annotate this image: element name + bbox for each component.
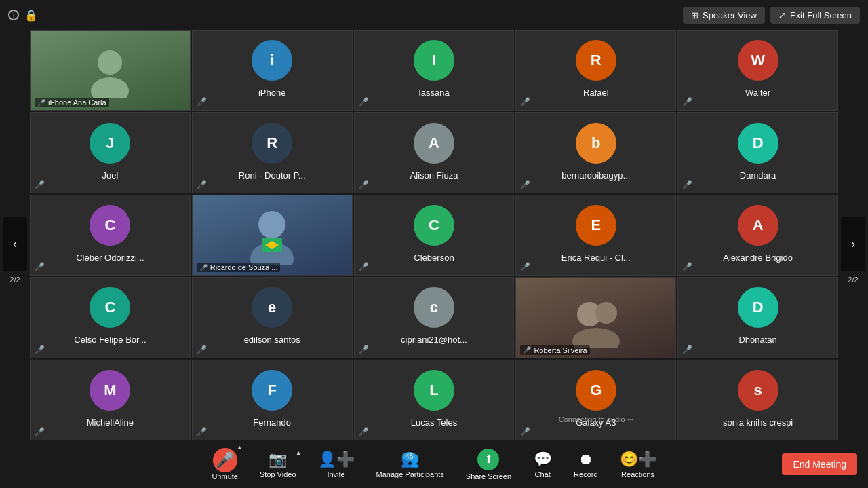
avatar: s (738, 370, 778, 411)
participant-tile: E Erica Requi - Cl... 🎤 (515, 195, 676, 276)
avatar: M (90, 370, 130, 411)
svg-point-0 (98, 50, 122, 75)
mute-indicator: 🎤 (35, 427, 45, 436)
avatar: A (414, 123, 454, 164)
avatar: F (252, 370, 292, 411)
participant-tile: M MicheliAline 🎤 (30, 360, 191, 440)
avatar: C (414, 205, 454, 246)
participant-name: Lucas Teles (407, 415, 461, 430)
avatar: I (414, 40, 454, 81)
mute-icon: 🎤 (523, 346, 531, 354)
participant-name: MicheliAline (83, 415, 138, 430)
participant-tile: 🎤 Roberta Silveira (515, 277, 676, 358)
record-icon: ⏺ (578, 451, 593, 468)
nav-next-button[interactable]: › 2/2 (841, 217, 865, 271)
speaker-view-label: Speaker View (703, 10, 757, 20)
invite-button[interactable]: 👤➕ Invite (307, 447, 366, 483)
participant-tile: L Lucas Teles 🎤 (354, 360, 515, 440)
participant-tile: e edilson.santos 🎤 (192, 277, 353, 358)
share-screen-button[interactable]: ⬆ Share Screen (455, 445, 522, 485)
info-icon[interactable]: i (8, 10, 19, 20)
participant-name: cipriani21@hot... (397, 332, 471, 348)
nav-prev-button[interactable]: ‹ 2/2 (3, 217, 27, 271)
participant-name: edilson.santos (240, 332, 304, 348)
avatar: D (738, 123, 778, 164)
mute-indicator: 🎤 (359, 345, 369, 354)
mute-indicator: 🎤 (35, 180, 45, 189)
unmute-button[interactable]: 🎤 ▲ Unmute (201, 444, 249, 485)
bottom-toolbar: 🎤 ▲ Unmute ▲ 📷 Stop Video 👤➕ Invite 👥 45… (0, 440, 868, 488)
chat-button[interactable]: 💬 Chat (522, 447, 563, 483)
speaker-view-icon: ⊞ (691, 10, 698, 20)
share-screen-label: Share Screen (466, 472, 511, 481)
svg-point-7 (595, 302, 617, 324)
participant-tile: D Damdara 🎤 (677, 112, 838, 193)
avatar: R (576, 40, 616, 81)
participant-name: Rafael (579, 85, 613, 100)
participants-count-badge: 45 (402, 452, 416, 461)
participant-name: Celso Felipe Bor... (70, 332, 150, 348)
participant-name: sonia knihs crespi (719, 415, 797, 430)
mute-indicator: 🎤 (682, 97, 692, 107)
mute-indicator: 🎤 (520, 262, 530, 271)
top-bar: i 🔒 ⊞ Speaker View ⤢ Exit Full Screen (0, 0, 868, 30)
participant-tile: G Galaxy A3 🎤 Connecting to audio ··· (515, 360, 676, 440)
exit-fullscreen-button[interactable]: ⤢ Exit Full Screen (770, 7, 860, 24)
participant-tile: R Roni - Doutor P... 🎤 (192, 112, 353, 193)
avatar: R (252, 123, 292, 164)
manage-participants-label: Manage Participants (376, 470, 444, 478)
participant-name: Iassana (414, 85, 454, 100)
exit-fullscreen-label: Exit Full Screen (790, 10, 852, 20)
reactions-icon: 😊➕ (620, 451, 656, 468)
participant-name: Roni - Doutor P... (235, 168, 310, 183)
participant-tile: c cipriani21@hot... 🎤 (354, 277, 515, 358)
participant-tile: C Cleber Odorizzi... 🎤 (30, 195, 191, 276)
participant-name: Joel (98, 168, 122, 183)
participant-tile: W Walter 🎤 (677, 30, 838, 111)
participant-grid: 🎤 iPhone Ana Carla i iPhone 🎤 I Iassana … (30, 30, 838, 440)
mute-indicator: 🎤 (520, 180, 530, 189)
avatar: c (414, 287, 454, 328)
participant-tile: R Rafael 🎤 (515, 30, 676, 111)
participant-tile: I Iassana 🎤 (354, 30, 515, 111)
end-meeting-button[interactable]: End Meeting (782, 453, 857, 475)
participant-tile: D Dhonatan 🎤 (677, 277, 838, 358)
stop-video-label: Stop Video (260, 470, 296, 478)
participant-label: 🎤 iPhone Ana Carla (35, 98, 109, 107)
chat-icon: 💬 (534, 451, 552, 468)
participant-name: Cleberson (410, 250, 458, 265)
avatar: C (90, 205, 130, 246)
avatar: e (252, 287, 292, 328)
mute-indicator: 🎤 (197, 97, 207, 107)
reactions-label: Reactions (621, 470, 654, 478)
participant-name: Dhonatan (734, 332, 781, 348)
record-button[interactable]: ⏺ Record (563, 447, 608, 483)
stop-video-button[interactable]: ▲ 📷 Stop Video (249, 447, 307, 483)
speaker-view-button[interactable]: ⊞ Speaker View (683, 7, 765, 24)
participant-name: Erica Requi - Cl... (557, 250, 635, 265)
participant-name: Damdara (736, 168, 780, 183)
mute-indicator: 🎤 (682, 345, 692, 354)
mute-icon: 🎤 (199, 264, 208, 271)
participants-icon: 👥 45 (401, 451, 419, 468)
participant-name: Cleber Odorizzi... (72, 250, 148, 265)
participant-name: iPhone Ana Carla (48, 98, 106, 107)
avatar: L (414, 370, 454, 411)
exit-fullscreen-icon: ⤢ (778, 10, 786, 20)
unmute-label: Unmute (212, 472, 238, 481)
avatar: E (576, 205, 616, 246)
participant-name: iPhone (254, 85, 290, 100)
participant-name: Walter (741, 85, 774, 100)
manage-participants-button[interactable]: 👥 45 Manage Participants (366, 447, 455, 483)
participant-tile: J Joel 🎤 (30, 112, 191, 193)
avatar: C (90, 287, 130, 328)
mute-indicator: 🎤 (359, 97, 369, 107)
mute-indicator: 🎤 (520, 97, 530, 107)
avatar: i (252, 40, 292, 81)
lock-icon: 🔒 (24, 9, 38, 22)
reactions-button[interactable]: 😊➕ Reactions (609, 447, 667, 483)
participant-tile: C Celso Felipe Bor... 🎤 (30, 277, 191, 358)
mute-indicator: 🎤 (197, 345, 207, 354)
mute-indicator: 🎤 (359, 262, 369, 271)
chat-label: Chat (534, 470, 550, 478)
